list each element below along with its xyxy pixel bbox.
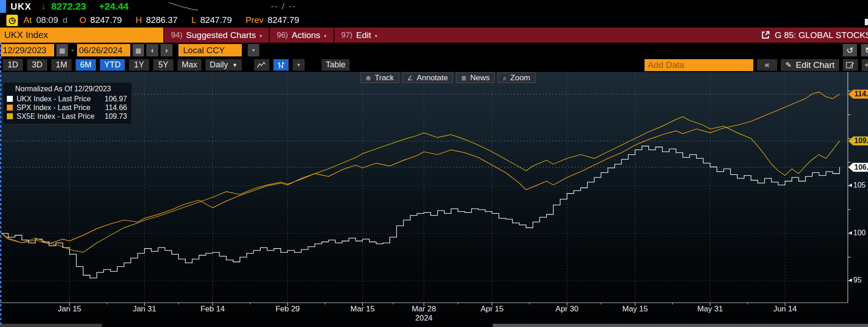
ohlc-field-o: O8247.79 (79, 15, 122, 25)
security-input[interactable]: UKX Index (0, 28, 163, 43)
at-label: At (23, 15, 32, 25)
period-button-max[interactable]: Max (178, 59, 201, 71)
tool-track[interactable]: ⊕Track (361, 72, 399, 83)
x-axis-label: Feb 14 (194, 305, 231, 314)
legend-swatch (7, 105, 13, 111)
ohlc-value: 8247.79 (200, 15, 232, 25)
start-calendar-icon[interactable]: ▦ (56, 44, 68, 56)
line-chart-type-button[interactable] (254, 59, 269, 71)
external-link-icon (761, 31, 770, 39)
axis-pointer-icon (849, 278, 852, 282)
menu-label: Suggested Charts (186, 30, 256, 40)
crosshair-icon: ⊕ (366, 75, 371, 81)
edit-chart-label: Edit Chart (796, 60, 835, 70)
period-button-6m[interactable]: 6M (76, 59, 96, 71)
redo-button-partial[interactable]: ↻ (861, 44, 868, 56)
legend-swatch (7, 96, 13, 102)
tool-zoom[interactable]: ⌕Zoom (498, 72, 535, 83)
tool-annotate[interactable]: ∠Annotate (402, 72, 453, 83)
y-axis-value: 105 (853, 181, 866, 189)
x-axis-label: May 15 (617, 305, 653, 314)
command-menus: 94)Suggested Charts▾96)Actions▾97)Edit▾ (163, 28, 384, 43)
menu-label: Edit (356, 30, 371, 40)
intraday-sparkline (168, 1, 198, 12)
menu-number: 97) (341, 31, 353, 40)
page-link[interactable]: G 85: GLOBAL STOCKS (761, 28, 868, 43)
menu-suggested-charts[interactable]: 94)Suggested Charts▾ (163, 28, 269, 43)
series-line-ukx-index (1, 146, 840, 278)
period-button-1d[interactable]: 1D (3, 59, 23, 71)
axis-pointer-icon (849, 231, 852, 235)
legend-row-spx: SPX Index - Last Price114.66 (7, 103, 127, 112)
tool-label: Track (375, 73, 394, 83)
price-change: +24.44 (99, 1, 129, 12)
ticker-symbol: UKX (11, 1, 31, 12)
end-date-field[interactable] (77, 44, 130, 56)
active-panel-indicator (0, 0, 6, 13)
range-forward-button[interactable]: › (161, 44, 172, 56)
horizontal-scrollbar-right[interactable] (493, 324, 868, 327)
menu-number: 96) (277, 31, 288, 40)
undo-button[interactable]: ↺ (843, 44, 857, 56)
delayed-clock-icon: ◷ (6, 15, 18, 26)
x-axis-label: Jun 14 (767, 305, 803, 314)
period-button-5y[interactable]: 5Y (153, 59, 173, 71)
chart-legend: Normalized As Of 12/29/2023 UKX Index - … (3, 82, 132, 124)
add-data-input[interactable] (645, 59, 753, 71)
menu-actions[interactable]: 96)Actions▾ (269, 28, 333, 43)
session-bar: ◷ At 08:09 d O8247.79H8286.37L8247.79Pre… (0, 13, 868, 28)
tool-label: Annotate (417, 73, 448, 83)
ohlc-value: 8247.79 (90, 15, 122, 25)
horizontal-scrollbar-left[interactable] (0, 324, 102, 327)
news-icon: ≣ (461, 75, 467, 81)
session-flag: d (63, 15, 68, 25)
tool-label: Zoom (510, 73, 530, 83)
window-edge-marker (0, 43, 1, 327)
y-axis-value: 100 (853, 229, 866, 237)
period-button-1y[interactable]: 1Y (129, 59, 149, 71)
chart-type-caret-button[interactable]: ▼ (293, 59, 305, 71)
caret-down-icon: ▾ (324, 33, 327, 39)
tool-news[interactable]: ≣News (456, 72, 495, 83)
legend-label: UKX Index - Last Price (17, 94, 91, 103)
period-button-3d[interactable]: 3D (27, 59, 47, 71)
legend-row-sx5e: SX5E Index - Last Price109.73 (7, 112, 127, 121)
clipped-edge-button[interactable]: + (862, 59, 868, 71)
period-button-1m[interactable]: 1M (51, 59, 72, 71)
x-axis-label: Apr 15 (473, 305, 510, 314)
edit-chart-button[interactable]: ✎ Edit Chart (781, 59, 839, 71)
series-line-sx5e-index (1, 116, 840, 252)
period-buttons: 1D3D1M6MYTD1Y5YMax (3, 59, 201, 71)
frequency-dropdown[interactable]: Daily ▼ (206, 59, 242, 71)
line-chart-icon (257, 61, 266, 68)
start-date-field[interactable] (1, 44, 54, 56)
legend-label: SX5E Index - Last Price (17, 112, 95, 121)
table-button[interactable]: Table (322, 59, 350, 71)
y-axis-label: 105 (849, 181, 866, 189)
magnifier-icon: ⌕ (503, 75, 506, 81)
bar-chart-type-button[interactable] (273, 59, 289, 71)
currency-select[interactable]: Local CCY (178, 44, 242, 56)
menu-label: Actions (292, 30, 320, 40)
x-axis-label: Jan 15 (51, 305, 88, 314)
caret-down-icon: ▾ (375, 33, 378, 39)
currency-caret-button[interactable]: ▾ (248, 44, 259, 56)
caret-down-icon: ▾ (260, 33, 262, 39)
page-link-label: G 85: GLOBAL STOCKS (775, 30, 868, 40)
ohlc-field-h: H8286.37 (136, 15, 178, 25)
ohlc-fields: O8247.79H8286.37L8247.79Prev8247.79 (79, 15, 313, 25)
caret-down-icon: ▼ (296, 62, 301, 67)
end-calendar-icon[interactable]: ▦ (133, 44, 144, 56)
x-axis-label: Mar 28 (406, 305, 442, 314)
chart-area[interactable]: ⊕Track∠Annotate≣News⌕Zoom Normalized As … (0, 72, 868, 327)
chart-settings-button[interactable] (843, 59, 858, 71)
range-back-button[interactable]: ‹ (146, 44, 158, 56)
ohlc-label: L (191, 15, 196, 25)
caret-down-icon: ▼ (232, 62, 238, 68)
pencil-icon: ∠ (407, 75, 413, 81)
x-axis-label: Jan 31 (126, 305, 163, 314)
collapse-panel-button[interactable]: « (757, 59, 777, 71)
menu-edit[interactable]: 97)Edit▾ (334, 28, 384, 43)
legend-value: 114.66 (105, 103, 127, 112)
period-button-ytd[interactable]: YTD (100, 59, 125, 71)
